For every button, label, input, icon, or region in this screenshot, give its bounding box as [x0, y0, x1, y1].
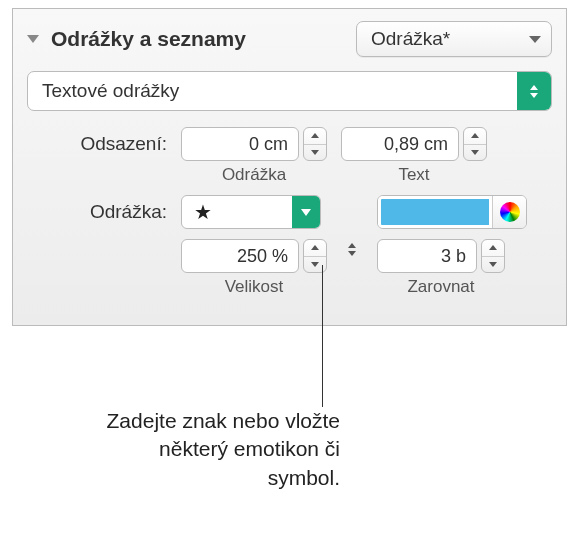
- bullet-character-picker[interactable]: ★: [181, 195, 321, 229]
- spacer-label: [27, 239, 167, 245]
- size-input[interactable]: [181, 239, 299, 273]
- picker-endcap: [292, 196, 320, 228]
- indent-row: Odsazení: Odrážka Text: [27, 127, 552, 185]
- align-updown-icon: [341, 239, 363, 256]
- color-wheel-button[interactable]: [492, 196, 526, 228]
- bullet-label: Odrážka:: [27, 195, 167, 223]
- align-stepper: [377, 239, 505, 273]
- text-indent-caption: Text: [398, 165, 429, 185]
- bullet-indent-group: Odrážka: [181, 127, 327, 185]
- bullet-indent-input[interactable]: [181, 127, 299, 161]
- callout-text: Zadejte znak nebo vložte některý emotiko…: [100, 407, 340, 492]
- size-group: Velikost: [181, 239, 327, 297]
- bullet-indent-stepper: [181, 127, 327, 161]
- popup-endcap: [517, 72, 551, 110]
- header-row: Odrážky a seznamy Odrážka*: [27, 21, 552, 57]
- section-title: Odrážky a seznamy: [51, 27, 346, 51]
- size-stepper: [181, 239, 327, 273]
- size-align-row: Velikost Zarovnat: [27, 239, 552, 297]
- align-group: Zarovnat: [377, 239, 505, 297]
- bullet-indent-stepper-buttons[interactable]: [303, 127, 327, 161]
- star-icon: ★: [194, 200, 212, 224]
- disclosure-triangle[interactable]: [27, 35, 39, 43]
- align-input[interactable]: [377, 239, 477, 273]
- bullet-indent-caption: Odrážka: [222, 165, 286, 185]
- list-style-popup[interactable]: Odrážka*: [356, 21, 552, 57]
- text-indent-stepper: [341, 127, 487, 161]
- size-stepper-buttons[interactable]: [303, 239, 327, 273]
- bullet-type-popup[interactable]: Textové odrážky: [27, 71, 552, 111]
- bullet-type-value: Textové odrážky: [42, 80, 179, 102]
- updown-icon: [530, 85, 538, 98]
- size-caption: Velikost: [225, 277, 284, 297]
- bullet-color-well[interactable]: [377, 195, 527, 229]
- align-stepper-buttons[interactable]: [481, 239, 505, 273]
- chevron-down-icon: [519, 36, 541, 43]
- bullets-panel: Odrážky a seznamy Odrážka* Textové odráž…: [12, 8, 567, 326]
- list-style-value: Odrážka*: [371, 28, 450, 50]
- align-caption: Zarovnat: [407, 277, 474, 297]
- color-swatch: [378, 196, 492, 228]
- text-indent-input[interactable]: [341, 127, 459, 161]
- color-wheel-icon: [500, 202, 520, 222]
- text-indent-stepper-buttons[interactable]: [463, 127, 487, 161]
- text-indent-group: Text: [341, 127, 487, 185]
- bullet-row: Odrážka: ★: [27, 195, 552, 229]
- callout-line: [322, 265, 323, 407]
- indent-label: Odsazení:: [27, 127, 167, 155]
